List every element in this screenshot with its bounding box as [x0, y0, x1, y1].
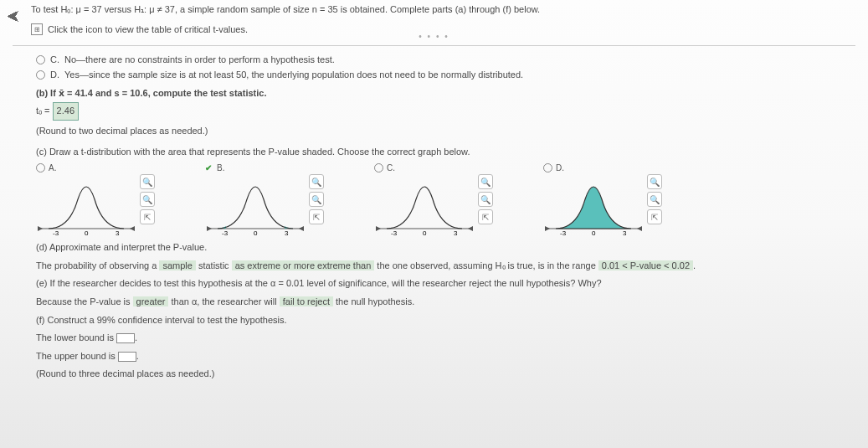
part-e-label: (e) If the researcher decides to test th…: [36, 276, 855, 291]
graph-c-svg: -3 0 3: [374, 174, 475, 237]
svg-marker-14: [376, 226, 381, 231]
graph-option-b[interactable]: ✔B. -3 0 3 🔍 🔍 ⇱: [205, 163, 324, 237]
graph-b-svg: -3 0 3: [205, 174, 306, 237]
radio-c[interactable]: [36, 55, 45, 64]
svg-text:3: 3: [116, 229, 120, 237]
graph-c-label: C.: [387, 163, 395, 173]
upper-bound-row: The upper bound is .: [36, 349, 855, 364]
graph-a-label: A.: [49, 163, 56, 173]
svg-text:0: 0: [423, 229, 427, 237]
t0-prefix: t₀ =: [36, 106, 53, 116]
graph-option-d[interactable]: D. -3 0 3 🔍 🔍 ⇱: [543, 163, 662, 237]
blank-extreme[interactable]: as extreme or more extreme than: [232, 260, 375, 270]
graph-d-label: D.: [556, 163, 564, 173]
question-prompt: To test H₀: μ = 37 versus H₁: μ ≠ 37, a …: [31, 4, 855, 15]
radio-graph-a[interactable]: [36, 163, 45, 173]
part-b-label: (b) If x̄ = 41.4 and s = 10.6, compute t…: [36, 88, 855, 99]
popout-icon[interactable]: ⇱: [309, 209, 324, 224]
svg-text:3: 3: [454, 229, 458, 237]
table-icon: ⊞: [31, 23, 43, 35]
svg-text:3: 3: [623, 229, 627, 237]
graph-option-a[interactable]: A. -3 0 3 🔍 🔍 ⇱: [36, 163, 155, 237]
svg-text:0: 0: [254, 229, 258, 237]
blank-fail-reject[interactable]: fail to reject: [280, 296, 333, 306]
popout-icon[interactable]: ⇱: [647, 209, 662, 224]
graph-option-c[interactable]: C. -3 0 3 🔍 🔍 ⇱: [374, 163, 493, 237]
part-e-sentence: Because the P-value is greater than α, t…: [36, 295, 855, 310]
back-icon[interactable]: ⮜: [7, 10, 20, 25]
svg-marker-13: [468, 226, 473, 231]
radio-graph-d[interactable]: [543, 163, 552, 173]
radio-d[interactable]: [36, 70, 45, 80]
zoom-in-icon[interactable]: 🔍: [140, 174, 155, 189]
graph-d-svg: -3 0 3: [543, 174, 644, 237]
table-link-text: Click the icon to view the table of crit…: [48, 24, 248, 34]
option-c-text: No—there are no constraints in order to …: [64, 54, 335, 64]
svg-text:-3: -3: [53, 229, 59, 237]
svg-marker-1: [130, 226, 135, 231]
popout-icon[interactable]: ⇱: [140, 209, 155, 224]
svg-marker-7: [299, 226, 304, 231]
zoom-out-icon[interactable]: 🔍: [647, 192, 662, 207]
blank-pvalue-range[interactable]: 0.01 < P-value < 0.02: [598, 260, 693, 270]
check-icon: ✔: [205, 163, 212, 173]
part-d-label: (d) Approximate and interpret the P-valu…: [36, 240, 855, 255]
lower-bound-row: The lower bound is .: [36, 331, 855, 346]
separator-dots: • • • •: [419, 32, 449, 41]
svg-text:0: 0: [85, 229, 89, 237]
popout-icon[interactable]: ⇱: [478, 209, 493, 224]
zoom-out-icon[interactable]: 🔍: [478, 192, 493, 207]
blank-sample[interactable]: sample: [159, 260, 195, 270]
zoom-in-icon[interactable]: 🔍: [478, 174, 493, 189]
svg-text:-3: -3: [222, 229, 229, 237]
zoom-in-icon[interactable]: 🔍: [309, 174, 324, 189]
svg-text:3: 3: [285, 229, 289, 237]
svg-marker-2: [38, 226, 43, 231]
graph-b-label: B.: [217, 163, 224, 173]
svg-marker-20: [545, 226, 550, 231]
blank-greater[interactable]: greater: [133, 296, 169, 306]
part-b-round: (Round to two decimal places as needed.): [36, 124, 855, 139]
part-c-label: (c) Draw a t-distribution with the area …: [36, 147, 855, 157]
svg-marker-8: [207, 226, 212, 231]
part-f-round: (Round to three decimal places as needed…: [36, 367, 855, 382]
t0-answer: 2.46: [53, 102, 79, 121]
svg-text:-3: -3: [560, 229, 567, 237]
option-d-letter: D.: [50, 70, 59, 80]
option-d-text: Yes—since the sample size is at not leas…: [64, 70, 523, 80]
zoom-out-icon[interactable]: 🔍: [309, 192, 324, 207]
part-f-label: (f) Construct a 99% confidence interval …: [36, 313, 855, 328]
graph-a-svg: -3 0 3: [36, 174, 136, 237]
part-d-sentence: The probability of observing a sample st…: [36, 259, 855, 274]
zoom-in-icon[interactable]: 🔍: [647, 174, 662, 189]
lower-bound-input[interactable]: [116, 333, 135, 343]
option-d[interactable]: D. Yes—since the sample size is at not l…: [36, 70, 855, 80]
svg-text:0: 0: [592, 229, 596, 237]
upper-bound-input[interactable]: [118, 352, 136, 362]
radio-graph-c[interactable]: [374, 163, 383, 173]
divider: [13, 45, 855, 46]
svg-marker-19: [637, 226, 642, 231]
svg-text:-3: -3: [391, 229, 398, 237]
option-c-letter: C.: [50, 54, 59, 64]
zoom-out-icon[interactable]: 🔍: [140, 192, 155, 207]
option-c[interactable]: C. No—there are no constraints in order …: [36, 54, 855, 64]
